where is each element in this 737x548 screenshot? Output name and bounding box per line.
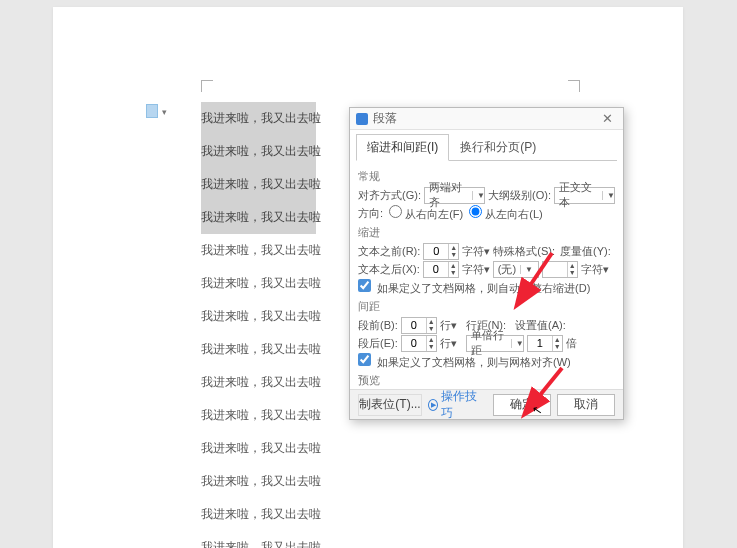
setvalue-unit: 倍 — [566, 336, 577, 351]
before-text-spinner[interactable]: ▲▼ — [423, 243, 459, 260]
before-spinner[interactable]: ▲▼ — [401, 317, 437, 334]
before-text-unit[interactable]: 字符▾ — [462, 244, 490, 259]
special-combo[interactable]: (无)▼ — [493, 261, 539, 278]
doc-line[interactable]: 我进来啦，我又出去啦 — [201, 366, 316, 399]
measure-label: 度量值(Y): — [560, 244, 611, 259]
doc-line[interactable]: 我进来啦，我又出去啦 — [201, 201, 316, 234]
close-icon[interactable]: ✕ — [598, 111, 617, 126]
tabstops-button[interactable]: 制表位(T)... — [358, 394, 422, 416]
after-label: 段后(E): — [358, 336, 398, 351]
play-icon: ▶ — [428, 399, 438, 411]
section-indent: 缩进 — [358, 225, 615, 240]
doc-line[interactable]: 我进来啦，我又出去啦 — [201, 333, 316, 366]
dialog-footer: 制表位(T)... ▶ 操作技巧 确定 取消 — [350, 389, 623, 419]
before-label: 段前(B): — [358, 318, 398, 333]
outline-combo[interactable]: 正文文本▼ — [554, 187, 615, 204]
doc-line[interactable]: 我进来啦，我又出去啦 — [201, 135, 316, 168]
setvalue-label: 设置值(A): — [515, 318, 566, 333]
measure-unit[interactable]: 字符▾ — [581, 262, 609, 277]
margin-mark-left — [201, 80, 213, 92]
dialog-title: 段落 — [373, 110, 397, 127]
rtl-radio[interactable]: 从右向左(F) — [386, 205, 463, 222]
tips-link[interactable]: ▶ 操作技巧 — [428, 388, 481, 422]
dialog-body: 常规 对齐方式(G): 两端对齐▼ 大纲级别(O): 正文文本▼ 方向: 从右向… — [350, 161, 623, 427]
cancel-button[interactable]: 取消 — [557, 394, 615, 416]
after-text-unit[interactable]: 字符▾ — [462, 262, 490, 277]
paragraph-dialog: 段落 ✕ 缩进和间距(I) 换行和分页(P) 常规 对齐方式(G): 两端对齐▼… — [349, 107, 624, 420]
doc-line[interactable]: 我进来啦，我又出去啦 — [201, 498, 316, 531]
document-lines[interactable]: 我进来啦，我又出去啦我进来啦，我又出去啦我进来啦，我又出去啦我进来啦，我又出去啦… — [201, 102, 316, 548]
before-unit[interactable]: 行▾ — [440, 318, 457, 333]
doc-icon-dropdown[interactable]: ▾ — [162, 107, 167, 117]
after-text-spinner[interactable]: ▲▼ — [423, 261, 459, 278]
measure-spinner[interactable]: ▲▼ — [542, 261, 578, 278]
section-spacing: 间距 — [358, 299, 615, 314]
doc-line[interactable]: 我进来啦，我又出去啦 — [201, 300, 316, 333]
app-icon — [356, 113, 368, 125]
linespace-combo[interactable]: 单倍行距▼ — [466, 335, 524, 352]
doc-line[interactable]: 我进来啦，我又出去啦 — [201, 465, 316, 498]
dialog-titlebar: 段落 ✕ — [350, 108, 623, 130]
setvalue-spinner[interactable]: ▲▼ — [527, 335, 563, 352]
doc-line[interactable]: 我进来啦，我又出去啦 — [201, 102, 316, 135]
before-text-label: 文本之前(R): — [358, 244, 420, 259]
after-text-label: 文本之后(X): — [358, 262, 420, 277]
doc-line[interactable]: 我进来啦，我又出去啦 — [201, 267, 316, 300]
section-preview: 预览 — [358, 373, 615, 388]
dialog-tabs: 缩进和间距(I) 换行和分页(P) — [356, 134, 617, 161]
align-label: 对齐方式(G): — [358, 188, 421, 203]
outline-label: 大纲级别(O): — [488, 188, 551, 203]
grid-align-check[interactable]: 如果定义了文档网格，则与网格对齐(W) — [358, 353, 571, 370]
doc-line[interactable]: 我进来啦，我又出去啦 — [201, 531, 316, 548]
align-combo[interactable]: 两端对齐▼ — [424, 187, 485, 204]
doc-line[interactable]: 我进来啦，我又出去啦 — [201, 234, 316, 267]
auto-adjust-check[interactable]: 如果定义了文档网格，则自动调整右缩进(D) — [358, 279, 590, 296]
after-spinner[interactable]: ▲▼ — [401, 335, 437, 352]
tab-indent[interactable]: 缩进和间距(I) — [356, 134, 449, 161]
doc-line[interactable]: 我进来啦，我又出去啦 — [201, 168, 316, 201]
direction-label: 方向: — [358, 206, 383, 221]
tab-pagebreak[interactable]: 换行和分页(P) — [449, 134, 547, 161]
doc-icon — [146, 104, 158, 118]
ltr-radio[interactable]: 从左向右(L) — [466, 205, 543, 222]
margin-mark-right — [568, 80, 580, 92]
special-label: 特殊格式(S): — [493, 244, 555, 259]
doc-line[interactable]: 我进来啦，我又出去啦 — [201, 432, 316, 465]
after-unit[interactable]: 行▾ — [440, 336, 457, 351]
doc-line[interactable]: 我进来啦，我又出去啦 — [201, 399, 316, 432]
